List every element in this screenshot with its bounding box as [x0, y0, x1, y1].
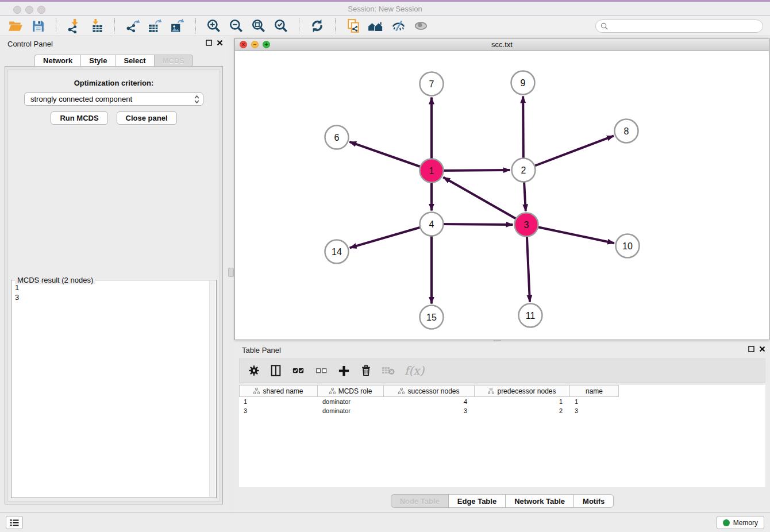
criterion-dropdown[interactable]: strongly connected component	[24, 92, 203, 106]
import-table-button[interactable]	[88, 17, 105, 34]
column-header-name[interactable]: name	[570, 385, 619, 397]
zoom-in-icon	[206, 18, 221, 33]
table-row[interactable]: 3dominator323	[239, 406, 765, 415]
memory-status-icon	[723, 519, 730, 526]
import-network-button[interactable]	[66, 17, 83, 34]
table-cell[interactable]: dominator	[318, 397, 384, 406]
column-type-icon	[329, 388, 336, 394]
memory-button[interactable]: Memory	[717, 516, 764, 529]
zoom-fit-button[interactable]	[250, 17, 267, 34]
graph-node-label-6: 6	[334, 133, 340, 142]
clone-network-icon	[346, 18, 361, 33]
table-cell[interactable]: 1	[475, 397, 570, 406]
graph-edge-3-1[interactable]	[443, 178, 526, 225]
apply-layout-button[interactable]	[309, 17, 326, 34]
table-cell[interactable]: 3	[570, 406, 619, 415]
zoom-out-button[interactable]	[228, 17, 245, 34]
show-column-button[interactable]	[270, 364, 282, 377]
tab-network[interactable]: Network	[34, 55, 80, 67]
column-header-successor-nodes[interactable]: successor nodes	[384, 385, 475, 397]
float-panel-icon[interactable]	[206, 40, 212, 46]
main-toolbar	[0, 16, 770, 36]
graph-node-label-2: 2	[521, 165, 526, 175]
tab-network-table[interactable]: Network Table	[505, 494, 573, 508]
search-field[interactable]	[595, 20, 763, 33]
table-row[interactable]: 1dominator411	[239, 397, 765, 406]
export-network-button[interactable]	[124, 17, 141, 34]
list-icon	[10, 519, 19, 527]
table-cell[interactable]: 1	[570, 397, 619, 406]
network-window-titlebar[interactable]: × − + scc.txt	[235, 38, 769, 51]
graph-edge-3-10[interactable]	[526, 225, 614, 243]
graph-node-label-14: 14	[332, 247, 342, 257]
fx-icon: f(x)	[405, 364, 424, 377]
graph-edge-2-8[interactable]	[523, 136, 614, 170]
table-cell[interactable]: 3	[239, 406, 318, 415]
column-type-icon	[488, 388, 494, 394]
table-options-button[interactable]	[248, 364, 260, 377]
save-floppy-icon	[31, 19, 45, 33]
show-panels-button[interactable]	[6, 516, 23, 529]
graph-node-label-3: 3	[524, 220, 529, 230]
table-cell[interactable]: 1	[239, 397, 318, 406]
column-header-MCDS-role[interactable]: MCDS role	[318, 385, 384, 397]
function-builder-button[interactable]: f(x)	[405, 364, 424, 377]
graph-edge-1-6[interactable]	[349, 142, 432, 171]
tab-edge-table[interactable]: Edge Table	[448, 494, 505, 508]
zoom-selected-button[interactable]	[272, 17, 290, 34]
show-all-button[interactable]	[412, 17, 429, 34]
control-panel-tabs: Network Style Select MCDS	[0, 55, 228, 67]
open-session-button[interactable]	[7, 17, 24, 34]
close-panel-icon[interactable]	[759, 346, 765, 352]
save-session-button[interactable]	[29, 17, 47, 34]
tab-mcds[interactable]: MCDS	[154, 55, 193, 67]
export-table-button[interactable]	[147, 17, 164, 34]
toolbar-separator	[335, 18, 336, 33]
close-panel-button[interactable]: Close panel	[117, 111, 177, 125]
clone-network-button[interactable]	[345, 17, 362, 34]
graph-node-label-7: 7	[429, 79, 434, 89]
delete-table-icon	[382, 365, 395, 376]
node-table[interactable]: shared nameMCDS rolesuccessor nodesprede…	[239, 385, 765, 487]
open-folder-icon	[8, 18, 23, 33]
select-all-columns-button[interactable]	[291, 364, 305, 377]
column-header-filler	[619, 385, 765, 397]
run-mcds-button[interactable]: Run MCDS	[51, 111, 107, 125]
search-input[interactable]	[611, 22, 758, 30]
export-image-button[interactable]	[169, 17, 186, 34]
table-cell[interactable]: 4	[384, 397, 475, 406]
app-title: Session: New Session	[0, 5, 770, 13]
export-image-icon	[170, 18, 185, 33]
add-column-button[interactable]	[337, 364, 351, 377]
column-header-predecessor-nodes[interactable]: predecessor nodes	[475, 385, 570, 397]
graph-node-label-10: 10	[622, 241, 633, 251]
close-panel-icon[interactable]	[217, 40, 223, 46]
plus-icon	[337, 364, 351, 377]
unselect-all-columns-button[interactable]	[314, 364, 328, 377]
zoom-in-button[interactable]	[205, 17, 222, 34]
column-header-shared-name[interactable]: shared name	[239, 385, 318, 397]
table-cell[interactable]: 2	[475, 406, 570, 415]
toolbar-separator	[56, 18, 56, 33]
graph-node-label-8: 8	[624, 126, 629, 136]
first-neighbors-button[interactable]	[367, 17, 384, 34]
import-table-icon	[89, 18, 104, 33]
tab-style[interactable]: Style	[80, 55, 115, 67]
delete-column-button[interactable]	[360, 364, 372, 377]
table-cell[interactable]: 3	[384, 406, 475, 415]
tab-motifs[interactable]: Motifs	[573, 494, 614, 508]
control-panel-header: Control Panel	[0, 36, 228, 51]
network-graph-canvas[interactable]: 7968124314101511	[235, 51, 769, 340]
tab-select[interactable]: Select	[115, 55, 153, 67]
tab-node-table[interactable]: Node Table	[391, 494, 448, 508]
delete-table-button[interactable]	[382, 365, 395, 376]
eye-icon	[413, 18, 429, 33]
table-cell[interactable]: dominator	[318, 406, 384, 415]
float-panel-icon[interactable]	[748, 346, 754, 352]
hide-selected-button[interactable]	[390, 17, 407, 34]
result-scrollbar[interactable]	[209, 281, 215, 497]
vertical-splitter-handle[interactable]	[228, 268, 234, 277]
export-network-icon	[125, 18, 140, 33]
table-tabs: Node Table Edge Table Network Table Moti…	[234, 494, 770, 508]
graph-edge-4-14[interactable]	[350, 224, 432, 248]
